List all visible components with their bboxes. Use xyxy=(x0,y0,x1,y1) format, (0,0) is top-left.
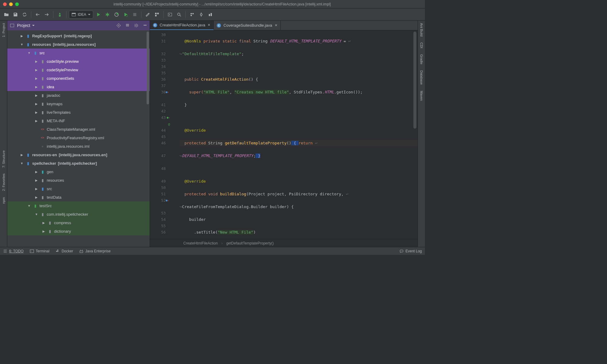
cdi-tool-button[interactable]: CDI xyxy=(420,42,423,48)
search-button[interactable] xyxy=(175,11,183,19)
run-anything-button[interactable] xyxy=(166,11,174,19)
maven-tool-button[interactable]: Maven xyxy=(420,91,423,101)
tree-item-resources-en[interactable]: ▶▮resources-en [intellij.java.resources.… xyxy=(7,150,150,159)
structure-tool-button[interactable]: 7: Structure xyxy=(2,150,5,168)
svg-point-13 xyxy=(118,25,119,26)
vcs-push-button[interactable] xyxy=(206,11,214,19)
status-bar: 6: TODO Terminal Docker Java Enterprise … xyxy=(0,247,425,255)
gear-icon[interactable] xyxy=(134,23,139,28)
tree-scrollbar[interactable] xyxy=(147,32,149,162)
editor-tab-active[interactable]: C CreateHtmlFileAction.java ✕ xyxy=(150,21,214,30)
svg-point-3 xyxy=(126,15,128,17)
tree-item[interactable]: ▶▮dictionary xyxy=(7,227,150,235)
project-panel-header: Project xyxy=(7,21,150,30)
open-button[interactable] xyxy=(2,11,10,19)
tree-item[interactable]: ▶▮compress xyxy=(7,218,150,227)
breadcrumb: CreateHtmlFileAction › getDefaultTemplat… xyxy=(150,239,418,247)
left-tool-strip: 1: Project 7: Structure 2: Favorites npm xyxy=(0,21,7,247)
forward-button[interactable] xyxy=(43,11,51,19)
svg-point-9 xyxy=(178,13,180,15)
svg-rect-11 xyxy=(10,24,14,27)
tree-item-src[interactable]: ▼▮src xyxy=(7,49,150,57)
project-structure-button[interactable] xyxy=(153,11,161,19)
editor-area: C CreateHtmlFileAction.java ✕ C Coverage… xyxy=(150,21,418,247)
npm-tool-button[interactable]: npm xyxy=(2,197,5,204)
editor-scrollbar[interactable] xyxy=(413,32,416,214)
tree-item[interactable]: ▶▮src xyxy=(7,184,150,193)
project-tool-button[interactable]: 1: Project xyxy=(2,23,5,37)
java-enterprise-tool-button[interactable]: Java Enterprise xyxy=(79,249,110,253)
editor-gutter[interactable]: 3031 32333435363738 414243 444546 47 48 … xyxy=(150,30,171,239)
tree-item[interactable]: ▶▮componentSets xyxy=(7,74,150,83)
tree-item[interactable]: ▶▮codeStylePreview xyxy=(7,66,150,74)
svg-point-10 xyxy=(200,14,202,15)
todo-tool-button[interactable]: 6: TODO xyxy=(3,249,24,253)
maximize-window-button[interactable] xyxy=(15,2,19,6)
breadcrumb-separator: › xyxy=(221,241,222,245)
build-button[interactable] xyxy=(56,11,64,19)
svg-rect-5 xyxy=(155,13,157,14)
tree-item[interactable]: ▶▮codeStyle.preview xyxy=(7,57,150,66)
svg-rect-4 xyxy=(133,13,136,16)
minimize-window-button[interactable] xyxy=(9,2,13,6)
project-view-icon xyxy=(10,23,15,28)
editor-tab[interactable]: C CoverageSuitesBundle.java ✕ xyxy=(214,21,280,30)
window-controls xyxy=(3,2,19,6)
svg-rect-15 xyxy=(30,250,34,253)
terminal-tool-button[interactable]: Terminal xyxy=(30,249,49,253)
tree-item[interactable]: ▶▮META-INF xyxy=(7,116,150,125)
tree-item[interactable]: ▶▮gen xyxy=(7,167,150,176)
tree-item-testsrc[interactable]: ▼▮testSrc xyxy=(7,201,150,210)
right-tool-strip: Ant Build CDI Gradle Database Maven xyxy=(418,21,425,247)
tab-label: CoverageSuitesBundle.java xyxy=(223,23,272,28)
collapse-icon[interactable] xyxy=(125,23,130,28)
tree-item-file[interactable]: <>ClassTemplateManager.xml xyxy=(7,125,150,133)
run-config-selector[interactable]: IDEA xyxy=(69,11,93,19)
tree-item-regexp[interactable]: ▶▮RegExpSupport [intellij.regexp] xyxy=(7,32,150,40)
stop-button[interactable] xyxy=(131,11,139,19)
breadcrumb-item[interactable]: CreateHtmlFileAction xyxy=(183,241,218,245)
database-tool-button[interactable]: Database xyxy=(420,70,423,85)
vcs-commit-button[interactable] xyxy=(197,11,205,19)
close-window-button[interactable] xyxy=(3,2,7,6)
tree-item[interactable]: ▶▮testData xyxy=(7,193,150,201)
event-log-button[interactable]: Event Log xyxy=(399,249,422,253)
ant-build-tool-button[interactable]: Ant Build xyxy=(420,23,423,36)
svg-point-14 xyxy=(136,25,137,26)
svg-point-2 xyxy=(106,13,109,16)
profile-button[interactable] xyxy=(122,11,130,19)
settings-button[interactable] xyxy=(144,11,152,19)
tree-item-resources[interactable]: ▼▮resources [intellij.java.resources] xyxy=(7,40,150,49)
svg-rect-7 xyxy=(155,15,157,16)
close-icon[interactable]: ✕ xyxy=(275,23,277,27)
tree-item[interactable]: ▶▮idea xyxy=(7,83,150,91)
favorites-tool-button[interactable]: 2: Favorites xyxy=(2,174,5,191)
code-editor[interactable]: @NonNls private static final String DEFA… xyxy=(171,30,418,239)
tree-item[interactable]: ▶▮javadoc xyxy=(7,91,150,99)
tree-item[interactable]: ▶▮keymaps xyxy=(7,99,150,108)
project-panel-title[interactable]: Project xyxy=(17,23,114,28)
main-toolbar: IDEA xyxy=(0,8,425,21)
tree-item-spellchecker[interactable]: ▼▮spellchecker [intellij.spellchecker] xyxy=(7,159,150,167)
tree-item[interactable]: ▶▮liveTemplates xyxy=(7,108,150,116)
locate-icon[interactable] xyxy=(116,23,121,28)
coverage-button[interactable] xyxy=(113,11,120,19)
tree-item[interactable]: ▼▮com.intellij.spellchecker xyxy=(7,210,150,218)
chevron-down-icon xyxy=(88,13,90,16)
java-class-icon: C xyxy=(217,23,221,28)
sync-button[interactable] xyxy=(21,11,29,19)
vcs-update-button[interactable] xyxy=(188,11,196,19)
back-button[interactable] xyxy=(34,11,42,19)
debug-button[interactable] xyxy=(103,11,111,19)
tree-item-file[interactable]: ▫intellij.java.resources.iml xyxy=(7,142,150,150)
minimize-icon[interactable] xyxy=(143,23,147,28)
run-button[interactable] xyxy=(94,11,102,19)
project-tree[interactable]: ▶▮RegExpSupport [intellij.regexp] ▼▮reso… xyxy=(7,30,150,247)
save-button[interactable] xyxy=(12,11,19,19)
close-icon[interactable]: ✕ xyxy=(208,23,210,27)
breadcrumb-item[interactable]: getDefaultTemplateProperty() xyxy=(226,241,274,245)
tree-item[interactable]: ▶▮resources xyxy=(7,176,150,184)
docker-tool-button[interactable]: Docker xyxy=(56,249,73,253)
tree-item-file[interactable]: <>ProductivityFeaturesRegistry.xml xyxy=(7,133,150,142)
gradle-tool-button[interactable]: Gradle xyxy=(420,54,423,64)
